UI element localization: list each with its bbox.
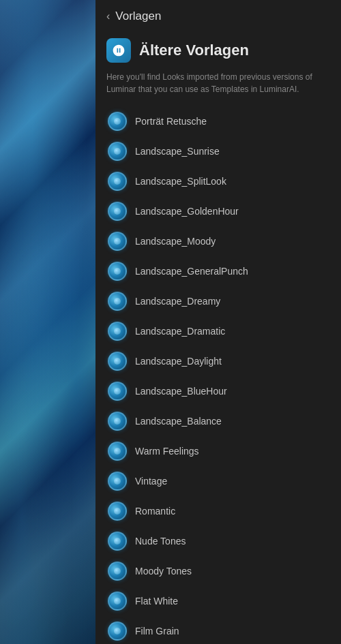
item-icon-inner bbox=[114, 118, 121, 125]
item-label: Nude Tones bbox=[135, 536, 186, 547]
section-header: Ältere Vorlagen bbox=[95, 33, 341, 71]
item-icon-inner bbox=[114, 448, 121, 455]
list-item[interactable]: Landscape_SplitLook bbox=[101, 166, 336, 196]
item-icon bbox=[108, 232, 127, 251]
list-item[interactable]: Romantic bbox=[101, 496, 336, 526]
item-label: Vintage bbox=[135, 476, 167, 487]
item-icon bbox=[108, 532, 127, 551]
template-icon bbox=[112, 44, 125, 57]
list-item[interactable]: Porträt Retusche bbox=[101, 106, 336, 136]
item-icon bbox=[108, 352, 127, 371]
item-label: Landscape_Daylight bbox=[135, 356, 222, 367]
section-icon bbox=[106, 38, 131, 63]
list-item[interactable]: Landscape_Sunrise bbox=[101, 136, 336, 166]
list-item[interactable]: Landscape_GeneralPunch bbox=[101, 256, 336, 286]
section-title: Ältere Vorlagen bbox=[139, 42, 249, 59]
item-label: Landscape_Sunrise bbox=[135, 146, 220, 157]
list-item[interactable]: Landscape_GoldenHour bbox=[101, 196, 336, 226]
item-label: Film Grain bbox=[135, 626, 179, 637]
item-icon-inner bbox=[114, 268, 121, 275]
item-icon-inner bbox=[114, 418, 121, 425]
item-icon-inner bbox=[114, 538, 121, 545]
item-label: Landscape_Dramatic bbox=[135, 326, 225, 337]
item-icon-inner bbox=[114, 598, 121, 604]
item-icon bbox=[108, 142, 127, 161]
item-label: Flat White bbox=[135, 596, 178, 607]
item-label: Moody Tones bbox=[135, 566, 192, 577]
item-icon bbox=[108, 412, 127, 431]
item-icon bbox=[108, 472, 127, 491]
background-image bbox=[0, 0, 109, 644]
item-icon-inner bbox=[114, 388, 121, 395]
list-item[interactable]: Landscape_Daylight bbox=[101, 346, 336, 376]
item-label: Landscape_SplitLook bbox=[135, 176, 226, 187]
item-icon bbox=[108, 172, 127, 191]
section-description: Here you'll find Looks imported from pre… bbox=[95, 71, 341, 106]
list-item[interactable]: Nude Tones bbox=[101, 526, 336, 556]
back-button[interactable]: ‹ bbox=[106, 10, 110, 22]
item-icon bbox=[108, 202, 127, 221]
item-icon-inner bbox=[114, 628, 121, 634]
item-icon bbox=[108, 112, 127, 131]
item-icon bbox=[108, 322, 127, 341]
item-icon-inner bbox=[114, 358, 121, 365]
item-label: Warm Feelings bbox=[135, 446, 199, 457]
item-icon bbox=[108, 622, 127, 641]
header-title: Vorlagen bbox=[115, 10, 161, 23]
item-label: Landscape_Balance bbox=[135, 416, 222, 427]
item-label: Landscape_Moody bbox=[135, 236, 216, 247]
item-icon bbox=[108, 562, 127, 581]
list-item[interactable]: Landscape_Dramatic bbox=[101, 316, 336, 346]
item-icon bbox=[108, 502, 127, 521]
list-item[interactable]: Landscape_Moody bbox=[101, 226, 336, 256]
list-item[interactable]: Moody Tones bbox=[101, 556, 336, 586]
list-item[interactable]: Landscape_BlueHour bbox=[101, 376, 336, 406]
item-icon bbox=[108, 592, 127, 611]
list-item[interactable]: Warm Feelings bbox=[101, 436, 336, 466]
item-icon-inner bbox=[114, 148, 121, 155]
item-label: Landscape_GoldenHour bbox=[135, 206, 239, 217]
item-label: Landscape_Dreamy bbox=[135, 296, 220, 307]
list-item[interactable]: Landscape_Dreamy bbox=[101, 286, 336, 316]
item-icon-inner bbox=[114, 508, 121, 515]
item-label: Porträt Retusche bbox=[135, 116, 207, 127]
item-icon bbox=[108, 382, 127, 401]
list-item[interactable]: Landscape_Balance bbox=[101, 406, 336, 436]
item-icon-inner bbox=[114, 478, 121, 485]
list-item[interactable]: Flat White bbox=[101, 586, 336, 616]
item-icon-inner bbox=[114, 328, 121, 335]
item-icon bbox=[108, 262, 127, 281]
item-label: Landscape_GeneralPunch bbox=[135, 266, 248, 277]
item-label: Romantic bbox=[135, 506, 175, 517]
item-icon-inner bbox=[114, 178, 121, 185]
background-overlay bbox=[0, 0, 109, 644]
item-label: Landscape_BlueHour bbox=[135, 386, 227, 397]
item-icon-inner bbox=[114, 238, 121, 245]
list-item[interactable]: Vintage bbox=[101, 466, 336, 496]
item-icon-inner bbox=[114, 568, 121, 574]
list-item[interactable]: Film Grain bbox=[101, 616, 336, 644]
header: ‹ Vorlagen bbox=[95, 0, 341, 33]
items-list: Porträt RetuscheLandscape_SunriseLandsca… bbox=[95, 106, 341, 644]
item-icon bbox=[108, 442, 127, 461]
item-icon bbox=[108, 292, 127, 311]
main-panel: ‹ Vorlagen Ältere Vorlagen Here you'll f… bbox=[95, 0, 341, 644]
item-icon-inner bbox=[114, 298, 121, 305]
item-icon-inner bbox=[114, 208, 121, 215]
